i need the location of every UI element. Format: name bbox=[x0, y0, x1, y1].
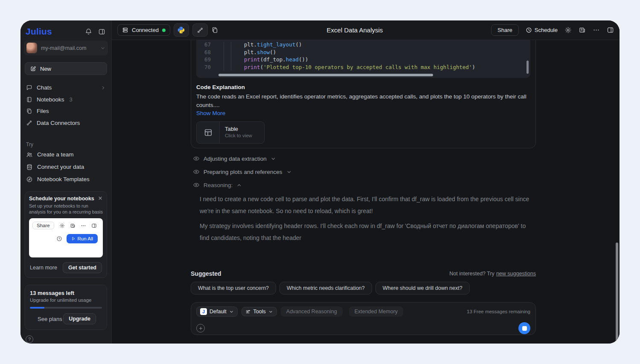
app-window: Julius my-mail@mail.com New Chats bbox=[20, 20, 620, 344]
suggestion-chip[interactable]: What is the top user concern? bbox=[191, 282, 276, 295]
learn-more-link[interactable]: Learn more bbox=[30, 265, 57, 271]
upgrade-button[interactable]: Upgrade bbox=[63, 313, 96, 324]
suggestion-chip[interactable]: Where should we drill down next? bbox=[375, 282, 470, 295]
schedule-promo-card: Schedule your notebooks Set up your note… bbox=[25, 191, 107, 278]
schedule-label: Schedule bbox=[535, 27, 558, 33]
more-options-button[interactable] bbox=[593, 26, 600, 34]
data-connector-button[interactable] bbox=[192, 23, 208, 37]
messages-remaining: 13 Free messages remaining bbox=[467, 309, 530, 314]
not-interested-text: Not interested? Trynew suggestions bbox=[449, 271, 536, 277]
stop-button[interactable] bbox=[518, 322, 530, 334]
notebook-icon bbox=[26, 96, 32, 103]
sidebar-item-data-connectors[interactable]: Data Connectors bbox=[20, 117, 111, 129]
code-vertical-scrollbar[interactable] bbox=[527, 61, 529, 74]
chevron-down-icon bbox=[100, 46, 105, 51]
toggle-panel-button[interactable] bbox=[607, 26, 614, 34]
sidebar-item-label: Files bbox=[37, 108, 49, 114]
code-cell-card: 67plt.tight_layout()68plt.show()69print(… bbox=[191, 40, 536, 148]
model-selector[interactable]: J Default bbox=[196, 306, 238, 317]
copy-button[interactable] bbox=[211, 26, 218, 34]
chevron-up-icon bbox=[236, 182, 242, 188]
table-result-card[interactable]: Table Click to view bbox=[196, 121, 265, 144]
sidebar-header: Julius bbox=[20, 20, 111, 37]
schedule-button[interactable]: Schedule bbox=[526, 27, 558, 33]
sidebar-item-files[interactable]: Files bbox=[20, 105, 111, 117]
compass-icon bbox=[26, 176, 33, 183]
section-preparing-plots[interactable]: Preparing plots and references bbox=[193, 168, 536, 176]
code-lines: 67plt.tight_layout()68plt.show()69print(… bbox=[196, 40, 530, 71]
code-line: 67plt.tight_layout() bbox=[196, 41, 530, 49]
help-button[interactable]: ? bbox=[26, 335, 33, 343]
sidebar-item-create-team[interactable]: Create a team bbox=[20, 148, 111, 161]
try-heading: Try bbox=[26, 142, 106, 147]
news-icon bbox=[70, 223, 76, 228]
avatar bbox=[26, 43, 37, 53]
gear-icon bbox=[564, 26, 572, 34]
section-reasoning[interactable]: Reasoning: bbox=[193, 181, 536, 189]
julius-logo: Julius bbox=[26, 26, 52, 37]
python-kernel-button[interactable] bbox=[174, 23, 189, 37]
user-account-row[interactable]: my-mail@mail.com bbox=[24, 40, 108, 55]
reasoning-paragraph: My strategy involves identifying header … bbox=[200, 220, 537, 244]
close-icon[interactable] bbox=[98, 196, 103, 201]
advanced-reasoning-toggle[interactable]: Advanced Reasoning bbox=[281, 306, 343, 317]
message-composer[interactable]: J Default Tools Advanced Reasoning Exten… bbox=[191, 302, 536, 335]
eye-icon bbox=[193, 155, 200, 162]
show-more-link[interactable]: Show More bbox=[196, 110, 225, 116]
section-adjusting-data-extraction[interactable]: Adjusting data extraction bbox=[193, 154, 536, 163]
page-vertical-scrollbar[interactable] bbox=[616, 243, 618, 344]
connector-icon bbox=[197, 27, 204, 34]
promo-description: Set up your notebooks to run analysis fo… bbox=[29, 203, 103, 215]
code-line: 70print('Plotted top-10 operators by acc… bbox=[196, 64, 530, 71]
extended-memory-toggle[interactable]: Extended Memory bbox=[349, 306, 403, 317]
settings-button[interactable] bbox=[564, 26, 572, 34]
more-dots-icon bbox=[593, 26, 600, 34]
indent-guide bbox=[224, 42, 224, 71]
suggested-heading: Suggested bbox=[191, 270, 221, 277]
usage-card: 13 messages left Upgrade for unlimited u… bbox=[25, 285, 107, 330]
eye-icon bbox=[193, 168, 200, 175]
clock-icon bbox=[526, 27, 532, 33]
topbar: Connected Excel Data Analysis Share bbox=[112, 20, 620, 40]
news-icon bbox=[579, 26, 586, 34]
notebooks-count-badge: 3 bbox=[70, 96, 73, 103]
code-horizontal-scrollbar[interactable] bbox=[218, 74, 433, 76]
notebook-content: 67plt.tight_layout()68plt.show()69print(… bbox=[112, 40, 620, 344]
code-explanation-body: The code reads an Excel report, identifi… bbox=[196, 92, 530, 109]
run-all-button: Run All bbox=[67, 234, 98, 243]
collapse-sidebar-button[interactable] bbox=[97, 27, 106, 36]
sidebar-nav: Chats Notebooks 3 Files Data Connectors bbox=[20, 82, 111, 129]
sidebar-item-label: Data Connectors bbox=[37, 120, 80, 126]
table-card-subtitle: Click to view bbox=[225, 133, 252, 138]
get-started-button[interactable]: Get started bbox=[63, 262, 102, 273]
user-email: my-mail@mail.com bbox=[41, 45, 96, 51]
sidebar-item-notebooks[interactable]: Notebooks 3 bbox=[20, 94, 111, 106]
preview-share-button: Share bbox=[32, 222, 54, 229]
database-icon bbox=[26, 164, 33, 170]
sidebar-panel-icon bbox=[98, 28, 105, 35]
changelog-button[interactable] bbox=[579, 26, 586, 34]
connected-button[interactable]: Connected bbox=[117, 24, 170, 36]
sidebar-item-notebook-templates[interactable]: Notebook Templates bbox=[20, 173, 111, 185]
tools-selector[interactable]: Tools bbox=[241, 307, 277, 316]
sidebar-item-label: Chats bbox=[37, 84, 52, 91]
sidebar-item-chats[interactable]: Chats bbox=[20, 82, 111, 94]
new-suggestions-link[interactable]: new suggestions bbox=[496, 271, 536, 277]
notifications-button[interactable] bbox=[84, 27, 93, 36]
code-block: 67plt.tight_layout()68plt.show()69print(… bbox=[196, 40, 530, 78]
new-button-label: New bbox=[40, 66, 51, 72]
page-title: Excel Data Analysis bbox=[218, 26, 491, 34]
share-button[interactable]: Share bbox=[491, 24, 519, 36]
new-button[interactable]: New bbox=[25, 62, 107, 75]
suggestion-chip[interactable]: Which metric needs clarification? bbox=[279, 282, 372, 295]
people-icon bbox=[26, 151, 33, 158]
try-item-label: Connect your data bbox=[37, 164, 84, 170]
see-plans-link[interactable]: See plans bbox=[38, 316, 62, 322]
code-line: 68plt.show() bbox=[196, 49, 530, 56]
code-line: 69print(df_top.head()) bbox=[196, 56, 530, 64]
indent-guide bbox=[231, 42, 231, 71]
sidebar-item-connect-data[interactable]: Connect your data bbox=[20, 161, 111, 173]
attach-button[interactable] bbox=[196, 324, 205, 332]
try-item-label: Notebook Templates bbox=[37, 176, 90, 182]
clock-icon bbox=[56, 236, 62, 242]
